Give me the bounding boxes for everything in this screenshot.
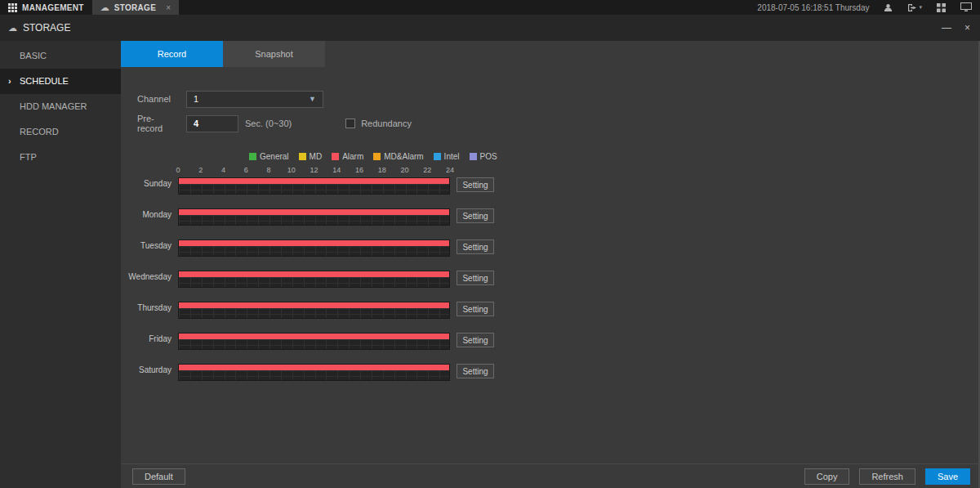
setting-button[interactable]: Setting [457,333,494,347]
schedule-form: Channel 1 ▼ Pre-record 4 Sec. (0~30) Red… [137,90,978,139]
day-label: Saturday [121,364,172,374]
sidebar-item-ftp[interactable]: FTP [0,145,121,170]
pre-record-row: Pre-record 4 Sec. (0~30) Redundancy [137,114,978,132]
pre-record-value: 4 [194,119,198,128]
time-tick: 12 [310,166,318,174]
record-type-legend: GeneralMDAlarmMD&AlarmIntelPOS [249,152,978,161]
day-timeline-grid[interactable] [178,333,450,350]
time-axis: 024681012141618202224 [178,166,450,176]
day-timeline-grid[interactable] [178,271,450,288]
setting-button[interactable]: Setting [457,208,494,223]
day-label: Friday [121,333,172,343]
channel-select[interactable]: 1 ▼ [186,91,323,108]
tab-snapshot[interactable]: Snapshot [223,41,325,67]
storage-tab-close-icon[interactable]: × [166,3,171,12]
legend-label: POS [480,152,497,161]
storage-icon: ☁ [100,3,109,11]
sidebar-item-basic[interactable]: BASIC [0,43,121,69]
monitor-icon[interactable] [960,2,972,12]
legend-item: POS [470,152,497,161]
legend-item: MD [299,152,323,161]
layout-grid-icon[interactable] [937,3,946,12]
schedule-row-tuesday: TuesdaySetting [121,240,978,271]
record-snapshot-tabs: RecordSnapshot [121,41,978,67]
schedule-row-sunday: SundaySetting [121,177,978,208]
schedule-row-saturday: SaturdaySetting [121,364,978,395]
legend-label: MD [310,152,323,161]
day-label: Tuesday [121,240,172,250]
time-tick: 6 [244,166,248,174]
time-tick: 2 [198,166,203,174]
legend-item: General [249,152,289,161]
time-tick: 20 [400,166,408,174]
legend-swatch [470,153,477,160]
time-tick: 18 [378,166,386,174]
day-timeline-grid[interactable] [178,364,450,381]
pre-record-label: Pre-record [137,114,172,133]
day-label: Monday [121,208,172,219]
top-tab-management[interactable]: MANAGEMENT [0,0,92,15]
sidebar-item-hdd-manager[interactable]: HDD MANAGER [0,94,121,119]
legend-label: MD&Alarm [384,152,423,161]
day-timeline-grid[interactable] [178,177,450,195]
sidebar-item-label: RECORD [20,127,59,137]
logout-caret-icon: ▾ [919,4,922,11]
redundancy-checkbox[interactable] [345,119,355,128]
legend-label: Alarm [342,152,363,161]
time-tick: 10 [287,166,296,174]
footer-bar: Default Copy Refresh Save [121,463,978,488]
schedule-days: SundaySettingMondaySettingTuesdaySetting… [121,177,978,395]
schedule-bar-alarm [179,271,449,277]
legend-item: Intel [434,152,460,161]
copy-button[interactable]: Copy [804,468,850,485]
time-tick: 22 [423,166,431,174]
sidebar-item-label: BASIC [20,51,47,60]
setting-button[interactable]: Setting [457,177,494,192]
sidebar-item-label: SCHEDULE [20,76,69,86]
day-label: Thursday [121,302,172,312]
schedule-bar-alarm [179,240,449,246]
time-tick: 16 [355,166,363,174]
day-timeline-grid[interactable] [178,208,450,226]
time-tick: 8 [266,166,270,174]
tab-record[interactable]: Record [121,41,223,67]
day-label: Wednesday [121,271,172,281]
schedule-bar-alarm [179,209,449,215]
close-icon[interactable]: × [964,22,970,34]
sidebar: BASIC›SCHEDULEHDD MANAGERRECORDFTP [0,41,121,488]
day-timeline-grid[interactable] [178,240,450,257]
minimize-icon[interactable]: — [942,22,951,34]
legend-item: Alarm [332,152,363,161]
default-button[interactable]: Default [132,468,185,485]
sidebar-item-record[interactable]: RECORD [0,119,121,145]
datetime-text: 2018-07-05 16:18:51 Thursday [757,3,869,12]
sidebar-item-schedule[interactable]: ›SCHEDULE [0,69,121,94]
legend-item: MD&Alarm [373,152,423,161]
management-tab-label: MANAGEMENT [22,3,84,12]
apps-grid-icon [8,3,17,12]
top-tab-storage[interactable]: ☁ STORAGE × [92,0,179,15]
day-timeline-grid[interactable] [178,302,450,319]
legend-swatch [434,153,441,160]
logout-icon[interactable]: ▾ [907,3,922,12]
user-icon[interactable] [884,3,893,12]
legend-swatch [249,153,256,160]
schedule-row-friday: FridaySetting [121,333,978,364]
setting-button[interactable]: Setting [457,302,494,316]
top-bar: MANAGEMENT ☁ STORAGE × 2018-07-05 16:18:… [0,0,980,15]
time-tick: 0 [176,166,180,174]
refresh-button[interactable]: Refresh [859,468,915,485]
sidebar-item-label: HDD MANAGER [20,101,87,111]
setting-button[interactable]: Setting [457,240,494,254]
schedule-row-wednesday: WednesdaySetting [121,271,978,302]
setting-button[interactable]: Setting [457,271,494,285]
pre-record-unit: Sec. (0~30) [245,119,292,128]
legend-swatch [299,153,306,160]
channel-row: Channel 1 ▼ [137,90,978,108]
channel-label: Channel [137,94,172,104]
redundancy-label: Redundancy [361,119,412,128]
setting-button[interactable]: Setting [457,364,494,378]
save-button[interactable]: Save [925,468,970,485]
pre-record-input[interactable]: 4 [186,115,238,132]
legend-swatch [332,153,339,160]
